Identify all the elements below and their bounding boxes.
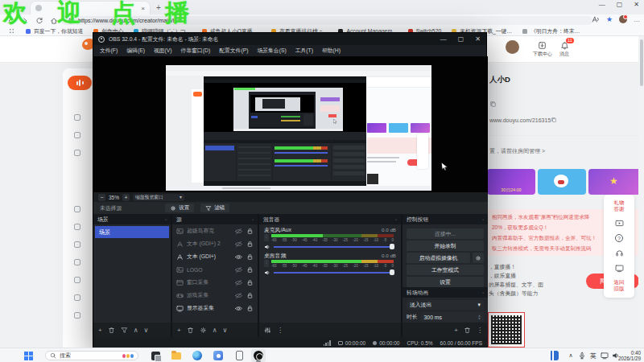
tray-chevron-icon[interactable]: ∧ — [565, 350, 576, 361]
obs-menu-item[interactable]: 场景集合(S) — [257, 47, 286, 55]
read-aloud-icon[interactable] — [592, 15, 600, 23]
volume-slider-knob[interactable] — [390, 269, 394, 275]
settings-button[interactable]: 设置 — [407, 277, 484, 287]
eye-off-icon[interactable] — [235, 241, 242, 248]
ime-indicator[interactable]: 英 — [588, 350, 599, 361]
source-row[interactable]: 显示器采集 — [172, 302, 258, 315]
sidebar-clock-icon[interactable] — [74, 224, 80, 230]
mixer-menu-kebab-icon[interactable]: ⋮ — [277, 327, 283, 334]
properties-button[interactable]: 设置 — [165, 204, 194, 212]
photos-icon[interactable] — [213, 350, 224, 361]
room-manage-hint[interactable]: 置，请前往房间管理 > — [489, 147, 545, 155]
add-source-button[interactable]: + — [177, 327, 181, 334]
zoom-out-button[interactable]: − — [98, 194, 105, 201]
obs-maximize-button[interactable]: ▢ — [458, 35, 464, 43]
virtual-camera-config-button[interactable] — [473, 253, 484, 263]
start-button[interactable] — [23, 350, 34, 361]
source-row[interactable]: 超级马赛克 — [172, 224, 258, 237]
remove-source-trash-icon[interactable] — [187, 327, 194, 334]
source-down-icon[interactable]: ∨ — [223, 327, 228, 334]
obs-menu-item[interactable]: 停靠窗口(D) — [181, 47, 211, 55]
messages-label[interactable]: 消息 — [555, 51, 573, 58]
stream-button[interactable]: 连接中... — [407, 228, 484, 239]
scene-down-icon[interactable]: ∨ — [144, 327, 149, 334]
lock-icon[interactable] — [246, 228, 254, 235]
filters-button[interactable]: 滤镜 — [200, 204, 229, 212]
volume-slider[interactable] — [274, 272, 394, 274]
lock-icon[interactable] — [246, 253, 254, 261]
support-headset-icon[interactable] — [615, 249, 624, 257]
obs-menu-item[interactable]: 工具(T) — [295, 47, 313, 55]
download-center-label[interactable]: 下载中心 — [530, 51, 555, 58]
sidebar-case-icon[interactable] — [74, 294, 80, 301]
sidebar-shield-icon[interactable] — [74, 132, 80, 138]
remove-transition-trash-icon[interactable] — [464, 327, 471, 334]
zoom-in-button[interactable]: + — [122, 194, 130, 201]
obs-menu-item[interactable]: 文件(F) — [100, 47, 118, 55]
record-button[interactable]: 开始录制 — [407, 241, 484, 251]
copy-url-icon[interactable] — [551, 117, 557, 123]
eye-icon[interactable] — [235, 305, 242, 312]
obs-menu-item[interactable]: 配置文件(P) — [219, 47, 248, 55]
eye-off-icon[interactable] — [235, 228, 242, 235]
sidebar-home-icon[interactable] — [74, 114, 80, 121]
transition-menu-kebab-icon[interactable]: ⋮ — [477, 327, 483, 334]
browser-profile-avatar[interactable] — [619, 15, 627, 23]
obs-close-button[interactable]: ✕ — [475, 35, 481, 43]
lock-icon[interactable] — [246, 279, 254, 286]
source-row[interactable]: 窗口采集 — [172, 276, 258, 289]
scene-item[interactable]: 场景 — [95, 226, 169, 238]
user-avatar[interactable] — [506, 40, 519, 54]
obs-preview-canvas[interactable] — [93, 56, 488, 192]
virtual-camera-button[interactable]: 启动虚拟摄像机 — [407, 253, 470, 263]
help-icon[interactable]: ? — [615, 234, 623, 242]
copy-icon[interactable] — [489, 101, 497, 108]
promo-banner-2[interactable] — [538, 169, 586, 195]
eye-off-icon[interactable] — [235, 266, 242, 274]
zoom-fit-dropdown[interactable]: 缩放预览窗口 ▾ — [133, 194, 184, 201]
source-row[interactable]: 文本 (GDI+) 2 — [172, 237, 258, 250]
lock-icon[interactable] — [246, 241, 254, 248]
eye-off-icon[interactable] — [235, 279, 242, 286]
source-row[interactable]: 游戏采集 — [172, 289, 258, 302]
bookmark-item[interactable]: 《明日方舟：终末… — [522, 27, 580, 35]
phone-link-icon[interactable] — [233, 350, 245, 361]
duration-stepper[interactable]: 300 ms ∧∨ — [421, 312, 484, 322]
obs-menu-item[interactable]: 视图(V) — [154, 47, 172, 55]
task-view-button[interactable] — [150, 350, 161, 361]
promo-banner-3[interactable]: ★ — [588, 169, 644, 195]
taskbar-search-box[interactable]: 搜索 — [45, 351, 138, 360]
remove-scene-trash-icon[interactable] — [108, 327, 115, 334]
download-center-icon[interactable] — [538, 41, 547, 50]
add-scene-button[interactable]: + — [98, 327, 102, 334]
taskbar-clock[interactable]: 0:40 2026/1/29 — [618, 350, 641, 361]
sidebar-tool-icon[interactable] — [74, 312, 80, 319]
mixer-settings-sliders-icon[interactable] — [264, 327, 271, 334]
obs-minimize-button[interactable]: — — [440, 35, 447, 43]
scrollbar-thumb[interactable] — [640, 39, 643, 86]
mic-tray-icon[interactable] — [576, 350, 588, 361]
browser-menu-icon[interactable]: … — [634, 16, 640, 23]
monitor-icon[interactable] — [615, 264, 624, 273]
edge-icon[interactable] — [192, 350, 203, 361]
scene-up-icon[interactable]: ∧ — [134, 327, 138, 334]
file-explorer-icon[interactable] — [171, 350, 182, 361]
speaker-icon[interactable] — [264, 269, 270, 276]
pinned-book-app-icon[interactable] — [549, 350, 560, 361]
volume-slider-knob[interactable] — [390, 244, 394, 249]
volume-slider[interactable] — [274, 246, 394, 248]
channel-config-grip[interactable]: ⋮ — [264, 260, 269, 267]
display-tray-icon[interactable] — [599, 350, 610, 361]
lock-icon[interactable] — [246, 292, 254, 299]
add-transition-button[interactable]: + — [454, 327, 458, 334]
browser-close-button[interactable]: ✕ — [634, 1, 639, 8]
studio-mode-button[interactable]: 工作室模式 — [407, 265, 484, 275]
sidebar-edit-icon[interactable] — [74, 206, 80, 212]
obs-taskbar-icon[interactable] — [253, 350, 264, 361]
browser-maximize-button[interactable]: ▢ — [617, 1, 623, 8]
obs-menu-item[interactable]: 帮助(H) — [322, 47, 341, 55]
eye-icon[interactable] — [235, 253, 242, 261]
source-row[interactable]: 文本 (GDI+) — [172, 250, 258, 263]
sidebar-pen-icon[interactable] — [74, 259, 80, 265]
video-guide-icon[interactable] — [615, 219, 624, 228]
